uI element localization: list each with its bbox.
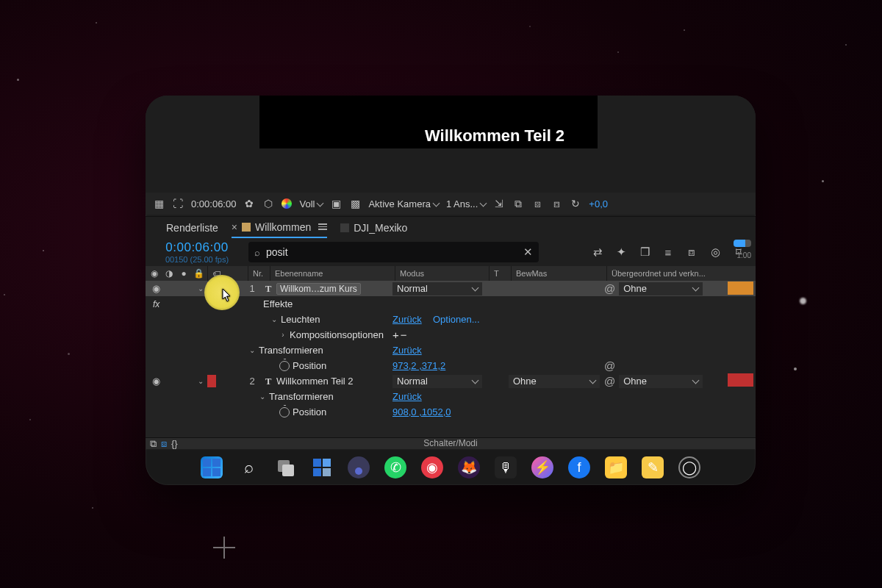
tab-render-queue[interactable]: Renderliste <box>166 217 218 238</box>
add-remove-icon[interactable]: +− <box>392 329 409 341</box>
layer-name[interactable]: Willkommen Teil 2 <box>276 376 354 387</box>
property-row[interactable]: Position 908,0 ,1052,0 <box>146 404 756 420</box>
solo-column-icon[interactable]: ● <box>178 268 190 279</box>
trackmatte-dropdown[interactable]: Ohne <box>509 375 600 388</box>
fit-icon[interactable]: ⇲ <box>493 198 505 209</box>
app-icon-whatsapp[interactable]: ✆ <box>384 456 406 478</box>
shy-icon[interactable]: ✦ <box>614 245 628 259</box>
tab-composition-other[interactable]: DJI_Mexiko <box>340 217 407 238</box>
bars-icon[interactable]: ⧇ <box>531 198 543 209</box>
property-search[interactable]: ⌕ posit ✕ <box>248 242 539 262</box>
toggle-switch-icon[interactable]: ⧇ <box>161 438 167 450</box>
property-group[interactable]: ⌄ Leuchten Zurück Optionen... <box>146 312 756 327</box>
close-icon[interactable]: × <box>232 221 237 233</box>
search-input[interactable]: posit <box>266 246 288 258</box>
taskbar-search[interactable]: ⌕ <box>237 456 259 478</box>
options-link[interactable]: Optionen... <box>433 314 480 325</box>
app-icon-messenger[interactable]: ⚡ <box>531 456 553 478</box>
grid-icon[interactable]: ▦ <box>153 198 165 209</box>
position-value[interactable]: 908,0 ,1052,0 <box>392 406 451 417</box>
layer-row[interactable]: ◉ ⌄ 2 T Willkommen Teil 2 Normal Ohne <box>146 373 756 389</box>
exposure-offset[interactable]: +0,0 <box>589 198 608 209</box>
switches-modes-bar[interactable]: ⧉ ⧇ {} Schalter/Modi <box>146 437 756 449</box>
reset-link[interactable]: Zurück <box>392 314 422 325</box>
graph-editor-icon[interactable]: ◎ <box>709 245 722 259</box>
label-swatch[interactable] <box>207 375 216 387</box>
app-icon-firefox[interactable]: 🦊 <box>458 456 480 478</box>
work-area-indicator[interactable] <box>734 240 751 247</box>
reset-link[interactable]: Zurück <box>392 345 422 356</box>
fx-badge: fx <box>153 299 159 309</box>
audio-column-icon[interactable]: ◑ <box>163 268 175 279</box>
position-label: Position <box>293 406 326 417</box>
twirl-icon[interactable]: ⌄ <box>197 377 204 385</box>
app-icon-camera[interactable] <box>348 456 370 478</box>
position-value[interactable]: 973,2 ,371,2 <box>392 360 445 371</box>
preview-monitor: Willkommen Teil 2 <box>146 96 756 198</box>
views-dropdown[interactable]: 1 Ans... <box>446 198 486 209</box>
label-column-icon[interactable]: 🏷 <box>207 266 248 281</box>
stopwatch-icon[interactable] <box>279 361 290 371</box>
twirl-icon[interactable]: ⌄ <box>248 346 256 354</box>
pickwhip-icon[interactable]: @ <box>604 282 615 295</box>
twirl-icon[interactable]: › <box>279 331 287 339</box>
tab-composition-active[interactable]: × Willkommen <box>232 217 327 238</box>
layer2-track-bar[interactable] <box>728 373 753 387</box>
cube-icon[interactable]: ❒ <box>638 245 651 259</box>
reset-link[interactable]: Zurück <box>392 391 422 402</box>
property-group[interactable]: ⌄ Transformieren Zurück <box>146 343 756 358</box>
property-group[interactable]: › Kompositionsoptionen +− <box>146 327 756 343</box>
property-group[interactable]: fx Effekte <box>146 296 756 312</box>
checkerboard-icon[interactable]: ▩ <box>349 198 361 209</box>
toggle-switch-icon[interactable]: ⧉ <box>150 438 157 450</box>
app-icon-yellow[interactable]: ✎ <box>642 456 664 478</box>
rgb-icon[interactable] <box>282 198 292 209</box>
safe-zones-icon[interactable]: ⛶ <box>172 198 184 209</box>
graph-icon[interactable]: ⧈ <box>551 198 562 209</box>
label-swatch[interactable] <box>207 282 216 295</box>
visibility-toggle[interactable]: ◉ <box>150 283 162 294</box>
ruler-icon[interactable]: ⧉ <box>512 198 524 209</box>
twirl-icon[interactable]: ⌄ <box>270 315 278 323</box>
parent-dropdown[interactable]: Ohne <box>619 282 703 295</box>
visibility-toggle[interactable]: ◉ <box>150 376 162 387</box>
toggle-brackets-icon[interactable]: {} <box>171 438 178 450</box>
app-icon-explorer[interactable]: 📁 <box>605 456 627 478</box>
layer-row[interactable]: ◉ ⌄ 1 T Willkom…zum Kurs Normal @ <box>146 281 756 296</box>
stopwatch-icon[interactable] <box>279 407 290 417</box>
app-icon-tiles[interactable] <box>311 456 333 478</box>
camera-dropdown[interactable]: Aktive Kamera <box>368 198 439 209</box>
eye-column-icon[interactable]: ◉ <box>148 268 160 279</box>
twirl-icon[interactable]: ⌄ <box>197 284 204 293</box>
twirl-icon[interactable]: ⌄ <box>259 392 266 401</box>
refresh-icon[interactable]: ↻ <box>570 198 581 209</box>
pickwhip-icon[interactable]: @ <box>604 375 615 387</box>
layer1-track-bar[interactable] <box>728 282 753 295</box>
start-button[interactable] <box>201 456 223 478</box>
resolution-dropdown[interactable]: Voll <box>299 198 323 209</box>
viewer-timecode[interactable]: 0:00:06:00 <box>191 198 236 209</box>
motion-blur-icon[interactable]: ⧈ <box>685 245 698 259</box>
blend-mode-dropdown[interactable]: Normal <box>392 282 482 295</box>
app-icon-obs[interactable]: ◯ <box>678 456 700 478</box>
pickwhip-icon[interactable]: @ <box>604 359 615 372</box>
clear-search-icon[interactable]: ✕ <box>523 245 533 259</box>
layer-name[interactable]: Willkom…zum Kurs <box>276 283 361 295</box>
app-icon-mic[interactable]: 🎙 <box>495 456 517 478</box>
lock-column-icon[interactable]: 🔒 <box>193 268 204 279</box>
app-icon-facebook[interactable]: f <box>568 456 590 478</box>
parent-dropdown[interactable]: Ohne <box>619 375 703 388</box>
frame-blend-icon[interactable]: ≡ <box>662 245 675 259</box>
chevron-down-icon <box>317 199 324 207</box>
current-timecode[interactable]: 0:00:06:00 <box>150 240 244 255</box>
snapshot-icon[interactable]: ✿ <box>243 198 255 209</box>
app-icon-red[interactable]: ◉ <box>421 456 443 478</box>
task-view[interactable] <box>274 456 296 478</box>
property-row[interactable]: Position 973,2 ,371,2 @ <box>146 358 756 373</box>
flow-icon[interactable]: ⇄ <box>591 245 604 259</box>
transparency-icon[interactable]: ▣ <box>330 198 342 209</box>
channels-icon[interactable]: ⬡ <box>262 198 274 209</box>
panel-menu-icon[interactable] <box>318 223 327 230</box>
blend-mode-dropdown[interactable]: Normal <box>392 375 482 388</box>
property-group[interactable]: ⌄ Transformieren Zurück <box>146 389 756 404</box>
